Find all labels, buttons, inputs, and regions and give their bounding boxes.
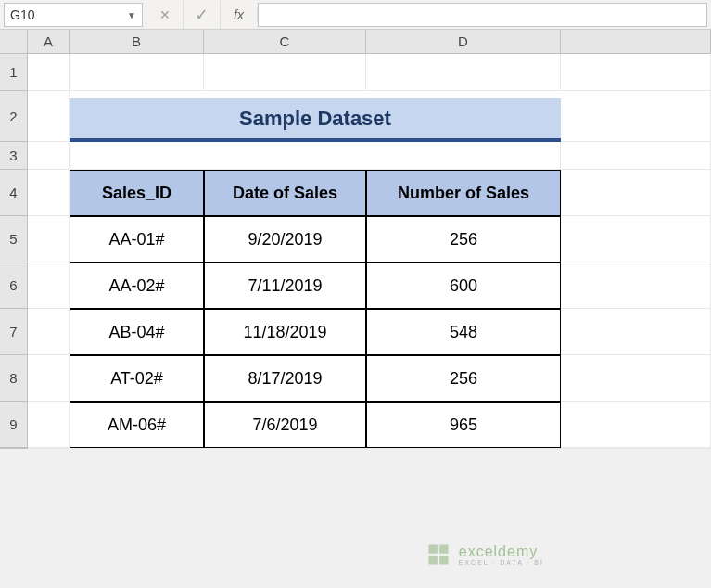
row-header-7[interactable]: 7 xyxy=(0,309,28,355)
table-row[interactable]: AM-06# xyxy=(70,402,204,448)
cell-a4[interactable] xyxy=(28,170,70,216)
cell-a1[interactable] xyxy=(28,54,70,91)
logo-icon xyxy=(425,542,451,568)
cell-b3d3[interactable] xyxy=(70,142,561,170)
sheet-area: A B C D 1 2 Sample Dataset 3 4 Sales_ID … xyxy=(0,30,711,449)
table-header-number[interactable]: Number of Sales xyxy=(366,170,561,216)
cell-a5[interactable] xyxy=(28,216,70,262)
formula-input[interactable] xyxy=(258,3,707,27)
row-header-blank[interactable] xyxy=(0,448,28,449)
cell-e4[interactable] xyxy=(561,170,711,216)
cell-e8[interactable] xyxy=(561,355,711,402)
cell-e6[interactable] xyxy=(561,262,711,309)
cell-b1[interactable] xyxy=(70,54,204,91)
cancel-icon[interactable]: ✕ xyxy=(146,1,184,29)
watermark-text: exceldemy EXCEL · DATA · BI xyxy=(459,544,544,566)
name-box[interactable]: G10 ▼ xyxy=(4,3,143,27)
row-header-2[interactable]: 2 xyxy=(0,91,28,142)
cell-a7[interactable] xyxy=(28,309,70,355)
table-row[interactable]: AB-04# xyxy=(70,309,204,355)
cell-e1[interactable] xyxy=(561,54,711,91)
table-row[interactable]: 600 xyxy=(366,262,561,309)
row-header-1[interactable]: 1 xyxy=(0,54,28,91)
table-header-sales-id[interactable]: Sales_ID xyxy=(70,170,204,216)
cell-e7[interactable] xyxy=(561,309,711,355)
cell-a3[interactable] xyxy=(28,142,70,170)
col-header-a[interactable]: A xyxy=(28,30,70,54)
cell-e5[interactable] xyxy=(561,216,711,262)
table-row[interactable]: AA-02# xyxy=(70,262,204,309)
col-header-blank[interactable] xyxy=(561,30,711,54)
cell-a6[interactable] xyxy=(28,262,70,309)
cell-blank[interactable] xyxy=(28,448,711,449)
formula-bar: G10 ▼ ✕ ✓ fx xyxy=(0,0,711,30)
cell-e3[interactable] xyxy=(561,142,711,170)
cell-e9[interactable] xyxy=(561,402,711,448)
table-row[interactable]: 7/11/2019 xyxy=(204,262,366,309)
select-all-corner[interactable] xyxy=(0,30,28,54)
table-row[interactable]: 9/20/2019 xyxy=(204,216,366,262)
fx-controls: ✕ ✓ fx xyxy=(146,0,258,29)
row-header-8[interactable]: 8 xyxy=(0,355,28,402)
table-row[interactable]: 11/18/2019 xyxy=(204,309,366,355)
col-header-d[interactable]: D xyxy=(366,30,561,54)
row-header-5[interactable]: 5 xyxy=(0,216,28,262)
table-row[interactable]: 256 xyxy=(366,355,561,402)
cell-e2[interactable] xyxy=(561,91,711,142)
row-header-9[interactable]: 9 xyxy=(0,402,28,448)
cell-c1[interactable] xyxy=(204,54,366,91)
table-row[interactable]: 965 xyxy=(366,402,561,448)
fx-label[interactable]: fx xyxy=(221,7,258,22)
row-header-3[interactable]: 3 xyxy=(0,142,28,170)
table-header-date[interactable]: Date of Sales xyxy=(204,170,366,216)
table-row[interactable]: 256 xyxy=(366,216,561,262)
table-row[interactable]: AA-01# xyxy=(70,216,204,262)
table-row[interactable]: 7/6/2019 xyxy=(204,402,366,448)
col-header-c[interactable]: C xyxy=(204,30,366,54)
col-header-b[interactable]: B xyxy=(70,30,204,54)
cell-d1[interactable] xyxy=(366,54,561,91)
watermark-tag: EXCEL · DATA · BI xyxy=(459,559,544,566)
cell-a8[interactable] xyxy=(28,355,70,402)
name-box-value: G10 xyxy=(10,7,123,22)
cell-a9[interactable] xyxy=(28,402,70,448)
chevron-down-icon[interactable]: ▼ xyxy=(123,10,136,20)
table-row[interactable]: 8/17/2019 xyxy=(204,355,366,402)
table-row[interactable]: AT-02# xyxy=(70,355,204,402)
watermark: exceldemy EXCEL · DATA · BI xyxy=(425,542,544,568)
enter-icon[interactable]: ✓ xyxy=(184,1,221,29)
row-header-4[interactable]: 4 xyxy=(0,170,28,216)
table-row[interactable]: 548 xyxy=(366,309,561,355)
watermark-brand: exceldemy xyxy=(459,544,544,559)
dataset-title[interactable]: Sample Dataset xyxy=(70,98,561,142)
row-header-6[interactable]: 6 xyxy=(0,262,28,309)
cell-a2[interactable] xyxy=(28,91,70,142)
